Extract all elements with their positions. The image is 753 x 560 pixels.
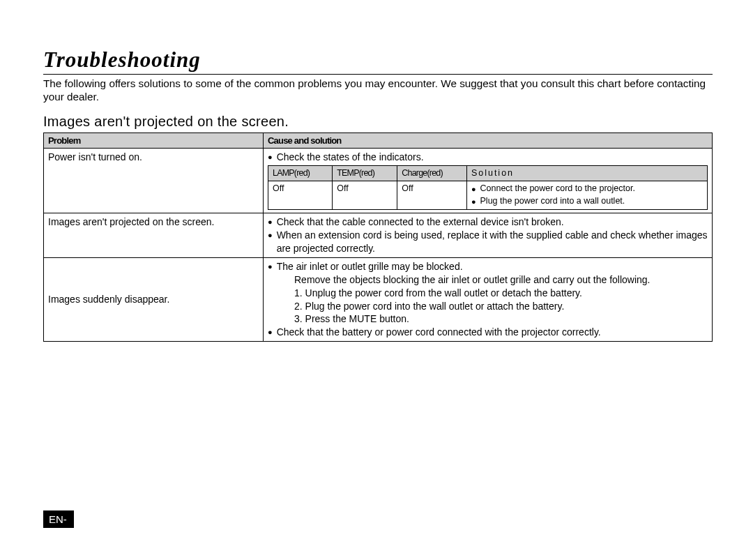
- solution-text: Plug the power cord into a wall outlet.: [480, 195, 625, 208]
- title-rule: [43, 74, 713, 75]
- intro-text: The following offers solutions to some o…: [43, 77, 713, 104]
- nested-th: Solution: [466, 166, 707, 181]
- cause-subtext: Remove the objects blocking the air inle…: [294, 273, 708, 287]
- cause-text: Check the states of the indicators.: [277, 151, 424, 164]
- cell-problem: Images aren't projected on the screen.: [44, 213, 264, 258]
- bullet-icon: ●: [268, 151, 273, 164]
- cell-cause: ●Check that the cable connected to the e…: [264, 213, 713, 258]
- table-row: Images aren't projected on the screen. ●…: [44, 213, 713, 258]
- cause-text: Check that the battery or power cord con…: [277, 326, 601, 339]
- bullet-icon: ●: [268, 260, 273, 273]
- cell-cause: ●The air inlet or outlet grille may be b…: [264, 257, 713, 341]
- bullet-icon: ●: [268, 326, 273, 339]
- bullet-icon: ●: [471, 195, 476, 208]
- step-text: 3. Press the MUTE button.: [294, 312, 708, 326]
- cell-problem: Images suddenly disappear.: [44, 257, 264, 341]
- page-footer: EN-: [43, 510, 74, 528]
- cause-text: The air inlet or outlet grille may be bl…: [277, 260, 463, 273]
- th-cause: Cause and solution: [264, 133, 713, 149]
- step-text: 2. Plug the power cord into the wall out…: [294, 300, 708, 313]
- nested-cell: Off: [333, 181, 397, 210]
- bullet-icon: ●: [471, 183, 476, 195]
- step-text: 1. Unplug the power cord from the wall o…: [294, 287, 708, 300]
- bullet-icon: ●: [268, 229, 273, 255]
- table-row: Images suddenly disappear. ●The air inle…: [44, 257, 713, 341]
- cause-text: When an extension cord is being used, re…: [277, 229, 708, 255]
- nested-th: Charge(red): [397, 166, 467, 181]
- solution-text: Connect the power cord to the projector.: [480, 183, 635, 195]
- section-heading: Images aren't projected on the screen.: [43, 114, 713, 130]
- nested-cell: Off: [268, 181, 333, 210]
- table-row: Power isn't turned on. ●Check the states…: [44, 149, 713, 213]
- cause-text: Check that the cable connected to the ex…: [277, 215, 564, 229]
- nested-cell: Off: [397, 181, 467, 210]
- cell-cause: ●Check the states of the indicators. LAM…: [264, 149, 713, 213]
- th-problem: Problem: [44, 133, 264, 149]
- nested-th: LAMP(red): [268, 166, 333, 181]
- cell-problem: Power isn't turned on.: [44, 149, 264, 213]
- indicator-table: LAMP(red) TEMP(red) Charge(red) Solution…: [268, 165, 708, 210]
- page-title: Troubleshooting: [43, 47, 713, 73]
- bullet-icon: ●: [268, 215, 273, 229]
- nested-cell-solution: ●Connect the power cord to the projector…: [466, 181, 707, 210]
- troubleshooting-table: Problem Cause and solution Power isn't t…: [43, 133, 713, 342]
- nested-th: TEMP(red): [333, 166, 397, 181]
